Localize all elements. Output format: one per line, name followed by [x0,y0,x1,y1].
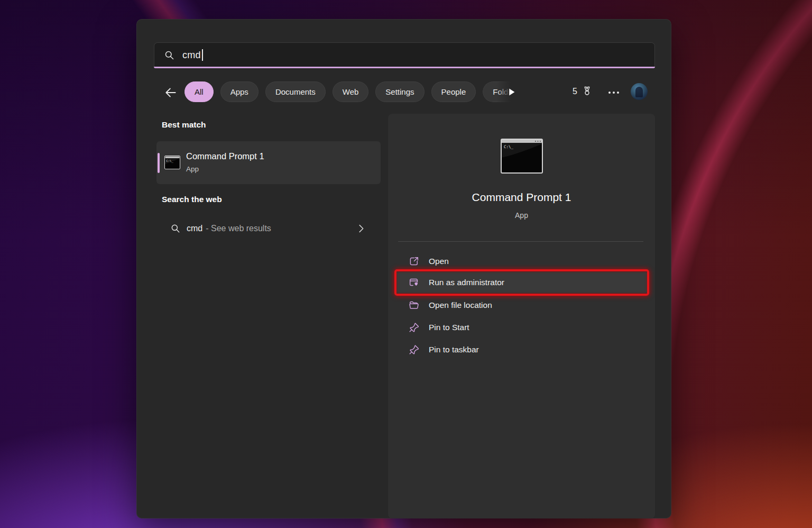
web-search-text: cmd- See web results [187,218,271,239]
web-search-suffix: - See web results [206,224,271,233]
more-options-button[interactable] [604,85,623,100]
ellipsis-icon [608,92,611,94]
action-open[interactable]: Open [395,251,648,272]
divider [398,241,643,242]
best-match-result[interactable]: C:\_ Command Prompt 1 App [156,141,381,184]
back-button[interactable] [162,84,179,101]
action-label: Pin to taskbar [429,345,479,354]
web-search-result[interactable]: cmd- See web results [156,218,381,239]
run-as-admin-shield-icon [408,277,420,288]
pin-icon [408,322,420,333]
search-flyout-panel: cmd All Apps Documents Web Settings Peop… [136,19,671,518]
user-avatar[interactable] [631,83,648,100]
play-arrow-icon [505,86,518,98]
tab-documents[interactable]: Documents [265,81,326,102]
search-query-text: cmd [182,50,201,61]
open-external-icon [408,256,420,267]
web-search-heading: Search the web [162,195,222,204]
text-caret [202,49,203,61]
best-match-heading: Best match [162,120,206,130]
action-pin-to-start[interactable]: Pin to Start [395,317,648,338]
result-subtitle: App [186,165,199,173]
action-label: Run as administrator [429,278,504,287]
svg-text:C:\_: C:\_ [504,144,514,149]
web-search-query: cmd [187,224,202,233]
command-prompt-icon-large: C:\_ [501,139,543,174]
tab-apps[interactable]: Apps [220,81,259,102]
back-arrow-icon [164,86,178,99]
tab-people[interactable]: People [431,81,476,102]
rewards-medal-icon [581,85,593,97]
rewards-counter[interactable]: 5 [573,85,593,97]
pin-icon [408,344,420,356]
svg-text:C:\_: C:\_ [167,159,174,163]
search-filter-tabs: All Apps Documents Web Settings People F… [184,81,512,102]
desktop-wallpaper: cmd All Apps Documents Web Settings Peop… [0,0,812,528]
search-input[interactable]: cmd [154,42,655,67]
search-icon [164,50,175,61]
result-detail-panel: C:\_ Command Prompt 1 App Open [388,114,655,518]
tab-scroll-right-button[interactable] [505,86,518,99]
folder-icon [408,299,420,311]
rewards-points: 5 [573,87,577,96]
action-pin-to-taskbar[interactable]: Pin to taskbar [395,339,648,360]
action-open-file-location[interactable]: Open file location [395,295,648,316]
action-label: Pin to Start [429,323,469,332]
search-icon [170,223,181,234]
selection-accent-bar [158,153,160,173]
detail-app-subtitle: App [388,211,655,220]
command-prompt-icon: C:\_ [164,156,180,169]
tab-all[interactable]: All [184,81,214,102]
result-title: Command Prompt 1 [186,151,264,161]
tab-settings[interactable]: Settings [375,81,424,102]
action-label: Open file location [429,301,492,310]
detail-app-title: Command Prompt 1 [388,191,655,204]
action-run-as-administrator[interactable]: Run as administrator [395,272,648,293]
action-label: Open [429,257,449,266]
tab-web[interactable]: Web [333,81,369,102]
chevron-right-icon[interactable] [355,223,367,234]
